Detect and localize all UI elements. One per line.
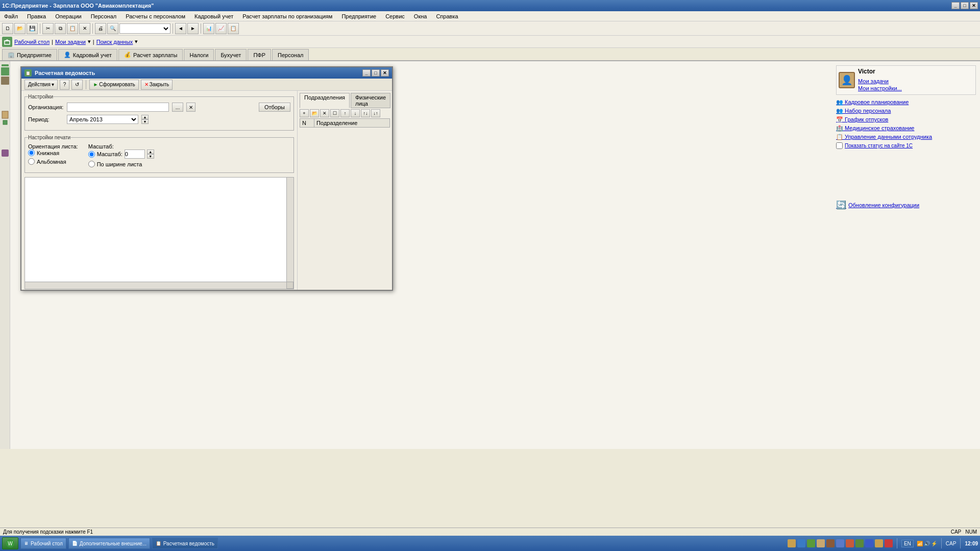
tab-personnel[interactable]: Персонал	[272, 49, 309, 60]
new-button[interactable]: 🗋	[2, 23, 13, 34]
left-edge-icon1[interactable]	[1, 67, 9, 76]
update-link[interactable]: 🔄 Обновление конфигурации	[836, 200, 976, 210]
menu-help[interactable]: Справка	[434, 12, 460, 20]
tab-pfr[interactable]: ПФР	[248, 49, 271, 60]
menu-hr[interactable]: Кадровый учет	[192, 12, 235, 20]
home-icon[interactable]	[2, 37, 12, 47]
start-button[interactable]: W	[2, 537, 18, 549]
copy-button[interactable]: ⧉	[55, 23, 66, 34]
tray-paint[interactable]	[885, 539, 893, 547]
find-button[interactable]: 🔍	[107, 23, 118, 34]
open-button[interactable]: 📂	[14, 23, 26, 34]
lang-indicator[interactable]: EN	[901, 540, 914, 547]
modal-maximize-button[interactable]: □	[372, 69, 380, 77]
right-up-button[interactable]: ↑	[340, 109, 350, 117]
right-sort-desc-button[interactable]: ↓↑	[371, 109, 380, 117]
landscape-radio[interactable]	[28, 158, 35, 165]
tray-ext-print[interactable]	[836, 539, 844, 547]
my-tasks-link[interactable]: Мои задачи	[858, 78, 902, 84]
show-on-site-label[interactable]: Показать статус на сайте 1С	[845, 143, 913, 148]
org-input[interactable]	[67, 103, 169, 112]
preview-scrollbar-h[interactable]	[25, 282, 286, 289]
actions-button[interactable]: Действия ▾	[24, 80, 58, 90]
tray-1c-enterprise[interactable]	[865, 539, 873, 547]
preview-scrollbar-v[interactable]	[286, 178, 293, 282]
minimize-button[interactable]: _	[951, 2, 960, 9]
right-delete-button[interactable]: ✕	[320, 109, 329, 117]
scale-down-button[interactable]: ▼	[147, 154, 154, 159]
scale-up-button[interactable]: ▲	[147, 149, 154, 154]
org-dots-button[interactable]: ...	[172, 103, 183, 112]
tab-subdivisions[interactable]: Подразделения	[300, 93, 350, 108]
print-button[interactable]: 🖨	[95, 23, 106, 34]
personnel-set-link[interactable]: 👥 Набор персонала	[836, 108, 976, 114]
modal-refresh-button[interactable]: ↺	[71, 80, 83, 90]
scale-radio[interactable]	[88, 151, 95, 158]
scale-input[interactable]	[125, 149, 145, 159]
menu-edit[interactable]: Правка	[25, 12, 48, 20]
period-down-button[interactable]: ▼	[141, 119, 149, 124]
tray-54[interactable]	[817, 539, 825, 547]
modal-close-button[interactable]: ✕	[381, 69, 389, 77]
tb-btn-b[interactable]: 📈	[215, 23, 227, 34]
cut-button[interactable]: ✂	[42, 23, 54, 34]
menu-windows[interactable]: Окна	[412, 12, 429, 20]
modal-help-button[interactable]: ?	[60, 80, 70, 90]
menu-file[interactable]: Файл	[2, 12, 20, 20]
menu-payroll-calc[interactable]: Расчеты с персоналом	[124, 12, 187, 20]
taskbar-desktop[interactable]: 🖥 Рабочий стол	[20, 538, 66, 549]
close-button[interactable]: ✕	[970, 2, 978, 9]
modal-close-btn[interactable]: ✕ Закрыть	[141, 80, 173, 90]
period-up-button[interactable]: ▲	[141, 115, 149, 119]
right-add-button[interactable]: +	[300, 109, 309, 117]
med-insurance-link[interactable]: 🏥 Медицинское страхование	[836, 125, 976, 132]
prev-button[interactable]: ◄	[175, 23, 186, 34]
tab-persons[interactable]: Физические лица	[351, 93, 390, 108]
tray-bat[interactable]	[788, 539, 796, 547]
show-on-site-checkbox[interactable]	[836, 142, 843, 149]
left-edge-icon4[interactable]	[1, 149, 9, 157]
tb-btn-a[interactable]: 📊	[203, 23, 214, 34]
nav-desktop[interactable]: Рабочий стол	[14, 39, 50, 45]
vacation-schedule-link[interactable]: 📅 График отпусков	[836, 116, 976, 123]
tab-accounting[interactable]: Бухучет	[215, 49, 247, 60]
hr-planning-link[interactable]: 👥 Кадровое планирование	[836, 99, 976, 106]
left-edge-icon2[interactable]	[1, 77, 9, 85]
nav-tasks[interactable]: Мои задачи	[55, 39, 86, 45]
tab-taxes[interactable]: Налоги	[184, 49, 214, 60]
tray-zp[interactable]	[826, 539, 835, 547]
toolbar-combo[interactable]	[119, 23, 170, 34]
left-edge-icon3[interactable]	[1, 110, 9, 118]
right-sort-asc-button[interactable]: ↑↓	[361, 109, 370, 117]
tray-ie[interactable]	[797, 539, 805, 547]
menu-enterprise[interactable]: Предприятие	[339, 12, 378, 20]
org-clear-button[interactable]: ✕	[186, 103, 195, 112]
tray-1cv8[interactable]	[807, 539, 815, 547]
tray-1c-config[interactable]	[855, 539, 864, 547]
menu-operations[interactable]: Операции	[53, 12, 83, 20]
my-settings-link[interactable]: Мои настройки...	[858, 85, 902, 91]
tab-enterprise[interactable]: 🏢 Предприятие	[2, 49, 57, 60]
otbory-button[interactable]: Отборы	[259, 103, 290, 112]
right-down-button[interactable]: ↓	[351, 109, 360, 117]
next-button[interactable]: ►	[187, 23, 199, 34]
fit-width-radio[interactable]	[88, 161, 95, 167]
taskbar-external[interactable]: 📄 Дополнительные внешние...	[68, 538, 150, 549]
menu-personnel[interactable]: Персонал	[89, 12, 119, 20]
period-select[interactable]: Апрель 2013	[67, 115, 138, 124]
tab-hr[interactable]: 👤 Кадровый учет	[58, 49, 117, 60]
right-checkbox-button[interactable]: ☐	[330, 109, 339, 117]
menu-service[interactable]: Сервис	[383, 12, 407, 20]
tab-salary[interactable]: 💰 Расчет зарплаты	[118, 49, 183, 60]
nav-search[interactable]: Поиск данных	[96, 39, 133, 45]
maximize-button[interactable]: □	[961, 2, 969, 9]
modal-minimize-button[interactable]: _	[362, 69, 371, 77]
taskbar-payroll[interactable]: 📋 Расчетная ведомость	[152, 538, 218, 549]
paste-button[interactable]: 📋	[67, 23, 78, 34]
form-button[interactable]: ► Сформировать	[89, 80, 138, 90]
delete-button[interactable]: ✕	[79, 23, 90, 34]
save-button[interactable]: 💾	[27, 23, 38, 34]
menu-salary-calc[interactable]: Расчет зарплаты по организациям	[240, 12, 334, 20]
portrait-radio[interactable]	[28, 149, 35, 156]
right-open-button[interactable]: 📂	[310, 109, 319, 117]
